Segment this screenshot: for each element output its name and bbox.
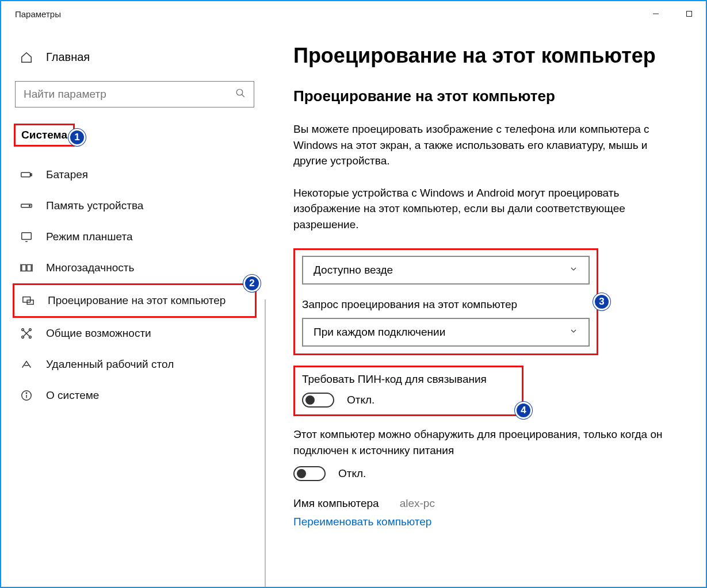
settings-window: Параметры Главная (0, 0, 707, 588)
svg-rect-1 (687, 11, 692, 17)
ask-to-project-label: Запрос проецирования на этот компьютер (302, 298, 590, 311)
svg-rect-13 (23, 297, 30, 302)
sidebar-item-label: О системе (46, 389, 99, 402)
rename-pc-link[interactable]: Переименовать компьютер (293, 516, 431, 528)
svg-point-7 (29, 205, 30, 206)
sidebar-scrollbar[interactable] (265, 299, 266, 587)
svg-line-3 (242, 94, 244, 97)
sidebar-item-battery[interactable]: Батарея (13, 159, 257, 190)
sidebar-item-label: Удаленный рабочий стол (46, 358, 174, 371)
chevron-down-icon (569, 326, 578, 339)
sidebar-item-about[interactable]: О системе (13, 380, 257, 411)
storage-icon (20, 199, 33, 212)
power-only-label: Этот компьютер можно обнаружить для прое… (293, 426, 673, 458)
annotation-badge-2: 2 (243, 275, 261, 292)
pc-name-row: Имя компьютера alex-pc (293, 497, 678, 510)
svg-point-2 (236, 89, 243, 95)
annotation-box-4: Требовать ПИН-код для связывания Откл. 4 (293, 366, 523, 416)
annotation-badge-1: 1 (68, 129, 86, 146)
require-pin-toggle[interactable] (302, 393, 334, 408)
page-title: Проецирование на этот компьютер (293, 44, 678, 68)
sidebar-item-remote-desktop[interactable]: Удаленный рабочий стол (13, 349, 257, 380)
window-controls (639, 1, 706, 26)
search-box[interactable] (15, 81, 254, 107)
category-label-text: Система (21, 129, 67, 141)
svg-point-17 (22, 336, 24, 339)
multitasking-icon (20, 262, 33, 274)
dropdown-value: Доступно везде (314, 264, 393, 276)
power-only-state: Откл. (338, 467, 366, 480)
svg-rect-4 (21, 172, 30, 176)
availability-dropdown[interactable]: Доступно везде (302, 256, 590, 285)
require-pin-state: Откл. (347, 394, 374, 406)
annotation-box-3: Доступно везде Запрос проецирования на э… (293, 248, 598, 355)
svg-rect-8 (22, 233, 32, 240)
sidebar-item-label: Многозадачность (46, 262, 134, 274)
description-1: Вы можете проецировать изображение с тел… (293, 121, 673, 169)
sidebar-item-multitasking[interactable]: Многозадачность (13, 252, 257, 283)
sidebar-nav: Батарея Память устройства Режим планшета… (13, 159, 257, 411)
sidebar-item-projecting[interactable]: Проецирование на этот компьютер 2 (13, 283, 257, 318)
description-2: Некоторые устройства с Windows и Android… (293, 185, 673, 233)
sidebar-item-storage[interactable]: Память устройства (13, 190, 257, 221)
sidebar-home[interactable]: Главная (13, 44, 257, 71)
maximize-button[interactable] (672, 1, 706, 26)
search-icon (235, 88, 246, 101)
require-pin-label: Требовать ПИН-код для связывания (302, 373, 515, 386)
dropdown-value: При каждом подключении (314, 326, 445, 339)
sidebar-item-label: Режим планшета (46, 230, 133, 243)
sidebar-item-label: Память устройства (46, 199, 143, 212)
power-only-toggle[interactable] (293, 466, 326, 481)
sidebar-item-label: Общие возможности (46, 327, 151, 340)
section-title: Проецирование на этот компьютер (293, 87, 678, 105)
svg-point-18 (29, 336, 32, 339)
search-input[interactable] (24, 88, 235, 101)
remote-desktop-icon (20, 358, 33, 371)
titlebar: Параметры (1, 1, 706, 26)
battery-icon (20, 168, 33, 181)
svg-point-24 (26, 393, 26, 393)
svg-rect-10 (27, 265, 31, 271)
home-icon (20, 51, 33, 64)
svg-rect-5 (30, 174, 32, 176)
minimize-button[interactable] (639, 1, 672, 26)
svg-point-15 (22, 329, 24, 331)
svg-point-16 (29, 329, 32, 331)
sidebar-category-system[interactable]: Система 1 (14, 124, 75, 147)
sidebar-home-label: Главная (46, 51, 90, 64)
content-area: Проецирование на этот компьютер Проециро… (266, 26, 706, 587)
tablet-icon (20, 230, 33, 243)
ask-to-project-dropdown[interactable]: При каждом подключении (302, 318, 590, 347)
maximize-icon (686, 10, 693, 17)
info-icon (20, 389, 33, 402)
svg-rect-9 (22, 265, 26, 271)
pc-name-label: Имя компьютера (293, 497, 379, 510)
shared-icon (20, 327, 33, 340)
minimize-icon (652, 10, 659, 17)
sidebar-item-label: Батарея (46, 168, 88, 181)
sidebar-item-label: Проецирование на этот компьютер (48, 294, 226, 307)
window-title: Параметры (15, 9, 61, 19)
projecting-icon (21, 294, 35, 307)
annotation-badge-3: 3 (593, 293, 610, 310)
pc-name-value: alex-pc (400, 497, 435, 510)
window-body: Главная Система 1 Батарея Память (1, 26, 706, 587)
chevron-down-icon (569, 264, 578, 276)
sidebar: Главная Система 1 Батарея Память (1, 26, 266, 587)
sidebar-item-shared[interactable]: Общие возможности (13, 318, 257, 349)
sidebar-item-tablet-mode[interactable]: Режим планшета (13, 221, 257, 252)
